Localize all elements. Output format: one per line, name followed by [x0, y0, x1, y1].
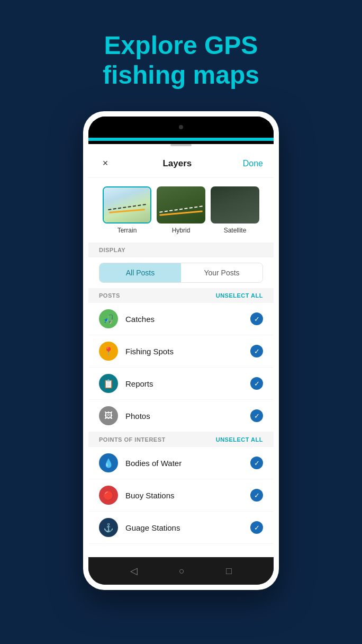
- bodies-of-water-icon: 💧: [99, 453, 118, 472]
- phone-mockup: × Layers Done Terrain: [83, 111, 279, 590]
- terrain-thumbnail: [103, 186, 151, 223]
- tab-all-posts[interactable]: All Posts: [99, 263, 181, 282]
- posts-label: POSTS: [99, 292, 120, 299]
- catches-icon: 🎣: [99, 309, 118, 328]
- phone-status-bar: [88, 138, 274, 141]
- display-section-header: DISPLAY: [88, 243, 274, 257]
- bodies-of-water-check: ✓: [250, 457, 263, 469]
- bodies-of-water-label: Bodies of Water: [125, 459, 250, 468]
- gauge-stations-check: ✓: [250, 521, 263, 534]
- fishing-spots-label: Fishing Spots: [125, 347, 250, 356]
- hero-line2: fishing maps: [103, 60, 259, 91]
- reports-check: ✓: [250, 377, 263, 390]
- fishing-spots-icon: 📍: [99, 342, 118, 361]
- list-item-catches[interactable]: 🎣 Catches ✓: [88, 303, 274, 335]
- list-item-fishing-spots[interactable]: 📍 Fishing Spots ✓: [88, 335, 274, 368]
- fishing-spots-check: ✓: [250, 345, 263, 357]
- hybrid-label: Hybrid: [172, 227, 191, 234]
- map-type-satellite[interactable]: Satellite: [211, 186, 259, 234]
- posts-unselect-all[interactable]: UNSELECT ALL: [216, 292, 263, 299]
- reports-icon: 📋: [99, 374, 118, 393]
- photos-icon: 🖼: [99, 406, 118, 425]
- hero-section: Explore GPS fishing maps: [82, 32, 280, 90]
- poi-label: POINTS OF INTEREST: [99, 436, 166, 443]
- hero-line1: Explore GPS: [103, 32, 259, 60]
- satellite-thumbnail: [211, 186, 259, 223]
- phone-top-bar: [88, 117, 274, 138]
- scroll-indicator: [170, 144, 192, 146]
- buoy-stations-icon: 🔴: [99, 486, 118, 505]
- buoy-stations-label: Buoy Stations: [125, 491, 250, 500]
- gauge-stations-icon: ⚓: [99, 518, 118, 537]
- list-item-bodies-of-water[interactable]: 💧 Bodies of Water ✓: [88, 447, 274, 479]
- tab-your-posts[interactable]: Your Posts: [181, 263, 263, 282]
- photos-label: Photos: [125, 412, 250, 421]
- list-item-buoy-stations[interactable]: 🔴 Buoy Stations ✓: [88, 479, 274, 512]
- map-type-selector: Terrain Hybrid Satellite: [88, 178, 274, 243]
- layers-title: Layers: [162, 158, 192, 169]
- buoy-stations-check: ✓: [250, 489, 263, 502]
- nav-recent-button[interactable]: □: [226, 566, 232, 577]
- satellite-label: Satellite: [224, 227, 247, 234]
- map-type-terrain[interactable]: Terrain: [103, 186, 151, 234]
- close-button[interactable]: ×: [99, 158, 112, 169]
- photos-check: ✓: [250, 409, 263, 422]
- map-type-hybrid[interactable]: Hybrid: [157, 186, 205, 234]
- poi-unselect-all[interactable]: UNSELECT ALL: [216, 436, 263, 443]
- catches-label: Catches: [125, 315, 250, 324]
- list-item-gauge-stations[interactable]: ⚓ Guage Stations ✓: [88, 512, 274, 544]
- layers-header: × Layers Done: [88, 149, 274, 178]
- nav-home-button[interactable]: ○: [179, 566, 185, 577]
- hybrid-thumbnail: [157, 186, 205, 223]
- nav-back-button[interactable]: ◁: [130, 565, 138, 577]
- reports-label: Reports: [125, 379, 250, 388]
- list-item-reports[interactable]: 📋 Reports ✓: [88, 368, 274, 400]
- phone-bottom-nav: ◁ ○ □: [88, 557, 274, 585]
- phone-screen: × Layers Done Terrain: [88, 144, 274, 557]
- display-label: DISPLAY: [99, 247, 125, 253]
- gauge-stations-label: Guage Stations: [125, 523, 250, 532]
- catches-check: ✓: [250, 312, 263, 325]
- terrain-label: Terrain: [117, 227, 137, 234]
- posts-section-header: POSTS UNSELECT ALL: [88, 288, 274, 303]
- poi-section-header: POINTS OF INTEREST UNSELECT ALL: [88, 432, 274, 447]
- list-item-photos[interactable]: 🖼 Photos ✓: [88, 400, 274, 432]
- posts-tab-group: All Posts Your Posts: [99, 263, 263, 283]
- done-button[interactable]: Done: [243, 159, 263, 168]
